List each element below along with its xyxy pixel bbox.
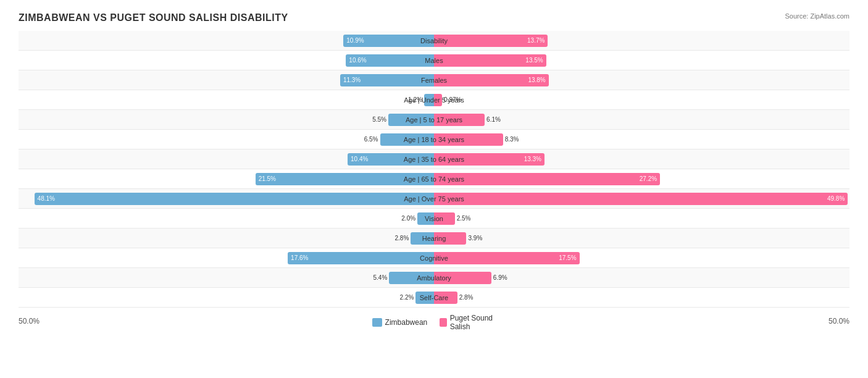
bar-left-value: 10.4% (348, 156, 368, 162)
legend-label-right: Puget Sound Salish (450, 314, 496, 331)
bar-right-section: 27.2% (434, 169, 849, 188)
bar-right-value: 13.7% (527, 37, 548, 44)
bar-right-section: 0.97% (434, 90, 849, 109)
bar-left-value: 17.6% (288, 254, 308, 261)
bar-left-value: 5.5% (372, 116, 386, 123)
bar-left-section: 17.6% (19, 248, 434, 267)
bar-row: 2.8%Hearing3.9% (19, 229, 849, 248)
bar-right-value: 27.2% (640, 175, 660, 182)
bar-right-value: 17.5% (559, 254, 579, 261)
bar-left-section: 5.5% (19, 110, 434, 129)
bar-left: 17.6% (288, 252, 434, 264)
bar-left: 2.2% (415, 292, 434, 304)
bar-left-value: 2.0% (401, 215, 415, 222)
chart-container: 10.9%Disability13.7%10.6%Males13.5%11.3%… (19, 31, 849, 308)
bar-left: 21.5% (256, 173, 434, 185)
bar-row: 10.6%Males13.5% (19, 51, 849, 70)
bar-right: 13.5% (434, 54, 546, 67)
page-wrapper: ZIMBABWEAN VS PUGET SOUND SALISH DISABIL… (19, 12, 849, 331)
bar-right-section: 49.8% (434, 189, 849, 208)
bar-left-value: 2.8% (395, 235, 409, 242)
bar-left: 6.5% (380, 133, 434, 146)
bar-row: 6.5%Age | 18 to 34 years8.3% (19, 130, 849, 149)
legend-label-left: Zimbabwean (385, 318, 428, 327)
bar-left-value: 11.3% (340, 77, 361, 83)
bar-left: 10.9% (343, 35, 434, 47)
footer-row: 50.0% Zimbabwean Puget Sound Salish 50.0… (19, 311, 849, 331)
bar-left: 5.4% (389, 272, 434, 284)
bar-right-section: 13.3% (434, 149, 849, 169)
bar-right-value: 13.3% (524, 156, 545, 162)
bar-right-section: 13.7% (434, 31, 849, 50)
bar-left-section: 11.3% (19, 70, 434, 90)
bar-left-value: 48.1% (35, 195, 55, 202)
bar-right-section: 2.8% (434, 288, 849, 307)
bar-right: 2.5% (434, 212, 455, 225)
bar-left-section: 10.9% (19, 31, 434, 50)
title-row: ZIMBABWEAN VS PUGET SOUND SALISH DISABIL… (19, 12, 849, 26)
bar-right-section: 3.9% (434, 229, 849, 248)
bar-left-section: 1.2% (19, 90, 434, 109)
bar-left-section: 48.1% (19, 189, 434, 208)
bar-left-section: 2.2% (19, 288, 434, 307)
bar-right: 13.7% (434, 35, 548, 47)
bar-row: 10.4%Age | 35 to 64 years13.3% (19, 149, 849, 169)
bar-right: 27.2% (434, 173, 660, 185)
bar-left-section: 10.4% (19, 149, 434, 169)
bar-right-value: 49.8% (827, 195, 848, 202)
bar-left-section: 21.5% (19, 169, 434, 188)
bar-right-section: 6.1% (434, 110, 849, 129)
bar-left: 1.2% (424, 94, 434, 106)
bar-row: 11.3%Females13.8% (19, 70, 849, 90)
bar-right: 49.8% (434, 193, 848, 205)
bar-left-value: 5.4% (373, 274, 388, 281)
page-title: ZIMBABWEAN VS PUGET SOUND SALISH DISABIL… (19, 12, 288, 23)
bar-right-value: 13.5% (525, 57, 546, 64)
source-label: Source: ZipAtlas.com (785, 12, 849, 20)
bar-left-value: 6.5% (364, 136, 378, 143)
legend-box-right (440, 318, 446, 327)
bar-right-value: 2.8% (459, 294, 474, 301)
bar-right-section: 17.5% (434, 248, 849, 267)
legend-item-right: Puget Sound Salish (440, 314, 496, 331)
bar-right: 0.97% (434, 94, 442, 106)
bar-left-value: 21.5% (256, 175, 276, 182)
bar-right: 3.9% (434, 232, 466, 245)
bar-left: 48.1% (35, 193, 434, 205)
bar-row: 5.5%Age | 5 to 17 years6.1% (19, 110, 849, 130)
footer-left-val: 50.0% (19, 317, 372, 326)
legend-item-left: Zimbabwean (372, 314, 428, 331)
bar-right-section: 13.5% (434, 51, 849, 70)
bar-left: 2.8% (411, 232, 434, 245)
legend: Zimbabwean Puget Sound Salish (372, 314, 496, 331)
bar-left: 2.0% (417, 212, 434, 225)
bar-left-value: 1.2% (408, 96, 422, 103)
bar-left-section: 5.4% (19, 268, 434, 287)
bar-left: 10.4% (348, 153, 434, 166)
bar-row: 5.4%Ambulatory6.9% (19, 268, 849, 288)
bar-left-value: 2.2% (400, 294, 414, 301)
bar-left: 5.5% (388, 114, 434, 126)
bar-right: 8.3% (434, 133, 503, 146)
bar-right: 6.9% (434, 272, 491, 284)
bar-right: 6.1% (434, 114, 485, 126)
bar-right-value: 2.5% (457, 215, 471, 222)
bar-right-value: 6.1% (486, 116, 501, 123)
footer-right-val: 50.0% (496, 317, 849, 326)
bar-row: 21.5%Age | 65 to 74 years27.2% (19, 169, 849, 189)
bar-left-section: 10.6% (19, 51, 434, 70)
bar-right: 13.8% (434, 74, 549, 86)
bar-right-value: 8.3% (505, 136, 519, 143)
bar-left-section: 6.5% (19, 130, 434, 149)
bar-left: 11.3% (340, 74, 434, 86)
bar-left-value: 10.9% (343, 37, 364, 44)
bar-right: 2.8% (434, 292, 457, 304)
bar-left-value: 10.6% (346, 57, 366, 64)
bar-right-value: 13.8% (528, 77, 548, 83)
bar-row: 48.1%Age | Over 75 years49.8% (19, 189, 849, 209)
bar-row: 10.9%Disability13.7% (19, 31, 849, 51)
bar-right-section: 6.9% (434, 268, 849, 287)
bar-right-section: 13.8% (434, 70, 849, 90)
bar-right-value: 3.9% (468, 235, 482, 242)
bar-right-value: 0.97% (444, 96, 461, 103)
